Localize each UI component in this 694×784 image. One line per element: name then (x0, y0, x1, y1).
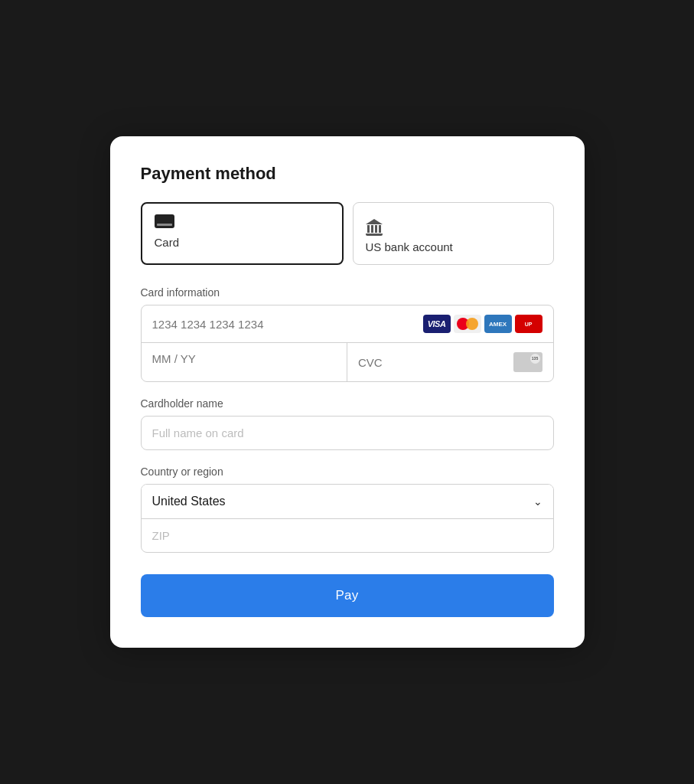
cardholder-name-section: Cardholder name (141, 397, 554, 450)
cardholder-name-input[interactable] (141, 416, 554, 450)
country-select-wrap: United States ⌄ (141, 484, 554, 553)
pay-button[interactable]: Pay (141, 574, 554, 617)
bank-icon (366, 214, 541, 236)
card-number-input[interactable] (152, 318, 423, 331)
chevron-down-icon: ⌄ (533, 495, 542, 508)
card-info-label: Card information (141, 286, 554, 299)
selected-country: United States (152, 495, 533, 508)
unionpay-logo: UP (515, 315, 542, 333)
cvc-input[interactable] (358, 356, 513, 369)
payment-form: Payment method Card (110, 136, 585, 648)
card-info-section: Card information VISA AMEX UP (141, 286, 554, 382)
zip-input[interactable] (142, 519, 553, 552)
card-tab-label: Card (155, 236, 330, 249)
visa-logo: VISA (423, 315, 451, 333)
cvc-card-icon (513, 352, 542, 372)
card-info-box: VISA AMEX UP (141, 305, 554, 382)
card-number-row: VISA AMEX UP (142, 305, 553, 343)
credit-card-icon (155, 214, 330, 231)
expiry-cvc-row (142, 343, 553, 381)
expiry-input[interactable] (152, 352, 337, 365)
bank-tab-label: US bank account (366, 240, 541, 253)
country-label: Country or region (141, 466, 554, 478)
card-tab[interactable]: Card (141, 202, 344, 265)
card-logos: VISA AMEX UP (423, 315, 542, 333)
page-title: Payment method (141, 164, 554, 184)
mastercard-logo (454, 315, 481, 333)
bank-tab[interactable]: US bank account (353, 202, 554, 265)
amex-logo: AMEX (484, 315, 512, 333)
country-select-row[interactable]: United States ⌄ (142, 485, 553, 519)
payment-method-tabs: Card US bank account (141, 202, 554, 265)
country-section: Country or region United States ⌄ (141, 466, 554, 553)
expiry-wrap (142, 343, 348, 381)
cvc-wrap (347, 343, 553, 381)
cardholder-label: Cardholder name (141, 397, 554, 410)
